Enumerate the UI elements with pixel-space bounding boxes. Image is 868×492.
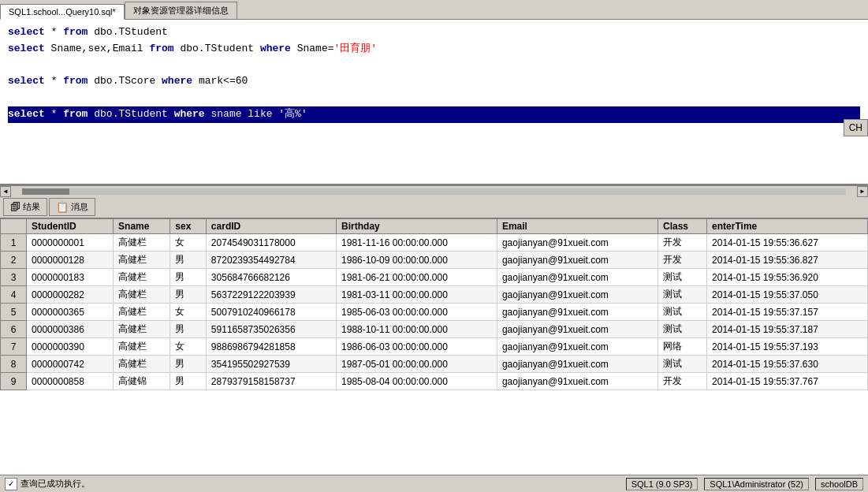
table-row: 40000000282高健栏男56372291222039391981-03-1… bbox=[1, 286, 868, 304]
table-row: 80000000742高健栏男3541955029275391987-05-01… bbox=[1, 356, 868, 373]
table-cell: 男 bbox=[170, 373, 207, 390]
col-header-studentid: StudentID bbox=[27, 219, 114, 234]
table-cell: 高健栏 bbox=[114, 356, 170, 373]
table-row: 20000000128高健栏男87202393544927841986-10-0… bbox=[1, 252, 868, 269]
editor-wrapper: select * from dbo.TStudent select Sname,… bbox=[0, 20, 868, 196]
results-icon: 🗐 bbox=[10, 201, 20, 213]
status-user-info: SQL1\Administrator (52) bbox=[704, 478, 809, 490]
table-cell: 测试 bbox=[658, 304, 706, 321]
table-cell: 男 bbox=[170, 252, 207, 269]
table-cell: 男 bbox=[170, 286, 207, 304]
row-number-cell: 1 bbox=[1, 234, 27, 252]
table-cell: 5637229122203939 bbox=[206, 286, 336, 304]
table-cell: 2879379158158737 bbox=[206, 373, 336, 390]
sql-line-3 bbox=[8, 58, 860, 74]
table-cell: 男 bbox=[170, 269, 207, 286]
table-cell: 0000000742 bbox=[27, 356, 114, 373]
table-cell: 305684766682126 bbox=[206, 269, 336, 286]
table-cell: 高健栏 bbox=[114, 286, 170, 304]
table-cell: 5007910240966178 bbox=[206, 304, 336, 321]
table-cell: 1986-06-03 00:00:00.000 bbox=[337, 338, 497, 356]
table-cell: 0000000386 bbox=[27, 321, 114, 338]
row-number-cell: 8 bbox=[1, 356, 27, 373]
col-header-entertime: enterTime bbox=[707, 219, 868, 234]
table-cell: 1985-06-03 00:00:00.000 bbox=[337, 304, 497, 321]
table-cell: 2014-01-15 19:55:37.187 bbox=[707, 321, 868, 338]
table-cell: 2014-01-15 19:55:37.630 bbox=[707, 356, 868, 373]
table-cell: 1986-10-09 00:00:00.000 bbox=[337, 252, 497, 269]
table-cell: 1981-03-11 00:00:00.000 bbox=[337, 286, 497, 304]
sql-editor[interactable]: select * from dbo.TStudent select Sname,… bbox=[0, 20, 868, 185]
table-cell: 0000000365 bbox=[27, 304, 114, 321]
table-row: 90000000858高健锦男28793791581587371985-08-0… bbox=[1, 373, 868, 390]
table-row: 70000000390高健栏女98869867942818581986-06-0… bbox=[1, 338, 868, 356]
table-cell: 女 bbox=[170, 304, 207, 321]
tab-object-explorer[interactable]: 对象资源管理器详细信息 bbox=[125, 2, 237, 19]
scroll-left-btn[interactable]: ◀ bbox=[0, 186, 11, 197]
table-cell: 女 bbox=[170, 234, 207, 252]
table-cell: 测试 bbox=[658, 286, 706, 304]
table-cell: 0000000390 bbox=[27, 338, 114, 356]
table-cell: 开发 bbox=[658, 234, 706, 252]
table-cell: 开发 bbox=[658, 373, 706, 390]
editor-scrollbar[interactable]: ◀ ▶ bbox=[0, 185, 868, 196]
results-tab-messages-label: 消息 bbox=[71, 201, 88, 213]
table-cell: 高健栏 bbox=[114, 234, 170, 252]
table-cell: gaojianyan@91xueit.com bbox=[497, 234, 658, 252]
row-number-cell: 4 bbox=[1, 286, 27, 304]
scroll-thumb[interactable] bbox=[22, 188, 69, 195]
sql-line-6: select * from dbo.TStudent where sname l… bbox=[8, 106, 860, 123]
sql-line-2: select Sname,sex,Email from dbo.TStudent… bbox=[8, 41, 860, 58]
results-table-area[interactable]: StudentID Sname sex cardID Birthday Emai… bbox=[0, 218, 868, 475]
col-header-cardid: cardID bbox=[206, 219, 336, 234]
ch-button[interactable]: CH bbox=[844, 119, 868, 136]
results-tab-bar: 🗐 结果 📋 消息 bbox=[0, 196, 868, 218]
table-cell: 9886986794281858 bbox=[206, 338, 336, 356]
table-cell: 高健锦 bbox=[114, 373, 170, 390]
table-cell: gaojianyan@91xueit.com bbox=[497, 252, 658, 269]
results-tab-label: 结果 bbox=[23, 201, 40, 213]
status-db-info: schoolDB bbox=[815, 478, 863, 490]
table-cell: 高健栏 bbox=[114, 269, 170, 286]
table-cell: 1981-06-21 00:00:00.000 bbox=[337, 269, 497, 286]
table-cell: 男 bbox=[170, 321, 207, 338]
table-cell: 0000000001 bbox=[27, 234, 114, 252]
table-cell: 开发 bbox=[658, 252, 706, 269]
sql-line-4: select * from dbo.TScore where mark<=60 bbox=[8, 73, 860, 90]
table-row: 30000000183高健栏男3056847666821261981-06-21… bbox=[1, 269, 868, 286]
messages-icon: 📋 bbox=[56, 201, 69, 213]
sql-line-5 bbox=[8, 90, 860, 106]
table-cell: 2014-01-15 19:55:36.827 bbox=[707, 252, 868, 269]
sql-line-1: select * from dbo.TStudent bbox=[8, 24, 860, 41]
row-number-cell: 2 bbox=[1, 252, 27, 269]
results-tab-results[interactable]: 🗐 结果 bbox=[3, 198, 47, 216]
col-header-birthday: Birthday bbox=[337, 219, 497, 234]
table-row: 60000000386高健栏男59116587350263561988-10-1… bbox=[1, 321, 868, 338]
table-cell: 高健栏 bbox=[114, 304, 170, 321]
table-cell: 高健栏 bbox=[114, 252, 170, 269]
row-number-cell: 3 bbox=[1, 269, 27, 286]
table-cell: 高健栏 bbox=[114, 321, 170, 338]
table-cell: 女 bbox=[170, 338, 207, 356]
ch-button-label: CH bbox=[849, 122, 862, 133]
tab-query-label: SQL1.school...Query10.sql* bbox=[9, 7, 116, 17]
table-cell: gaojianyan@91xueit.com bbox=[497, 286, 658, 304]
status-check-icon: ✓ bbox=[5, 478, 17, 490]
results-tab-messages[interactable]: 📋 消息 bbox=[49, 198, 95, 216]
table-cell: 男 bbox=[170, 356, 207, 373]
scroll-right-btn[interactable]: ▶ bbox=[857, 186, 868, 197]
table-cell: 2014-01-15 19:55:37.767 bbox=[707, 373, 868, 390]
status-server-info: SQL1 (9.0 SP3) bbox=[626, 478, 698, 490]
table-cell: 2014-01-15 19:55:37.050 bbox=[707, 286, 868, 304]
table-cell: gaojianyan@91xueit.com bbox=[497, 373, 658, 390]
row-number-cell: 9 bbox=[1, 373, 27, 390]
table-cell: 2014-01-15 19:55:37.193 bbox=[707, 338, 868, 356]
table-cell: 测试 bbox=[658, 356, 706, 373]
table-cell: 8720239354492784 bbox=[206, 252, 336, 269]
table-cell: gaojianyan@91xueit.com bbox=[497, 321, 658, 338]
tab-query[interactable]: SQL1.school...Query10.sql* bbox=[0, 4, 125, 20]
table-cell: gaojianyan@91xueit.com bbox=[497, 356, 658, 373]
table-cell: 2074549031178000 bbox=[206, 234, 336, 252]
status-left: ✓ 查询已成功执行。 bbox=[5, 478, 90, 490]
tab-bar: SQL1.school...Query10.sql* 对象资源管理器详细信息 bbox=[0, 0, 868, 20]
